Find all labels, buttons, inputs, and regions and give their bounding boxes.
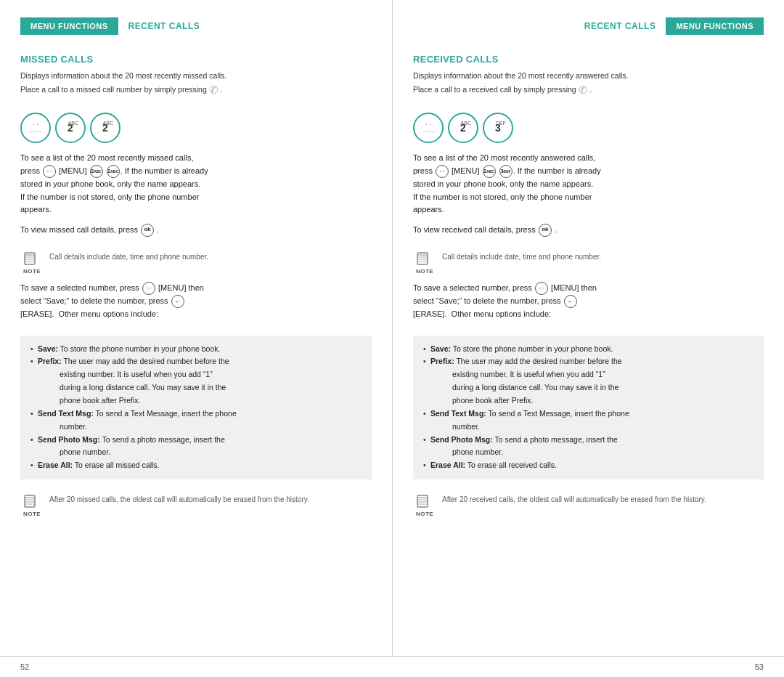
left-description: Displays information about the 20 most r… bbox=[20, 70, 372, 98]
left-key-sequence: · · — — 2 ABC 2 ABC bbox=[20, 113, 372, 143]
right-section-title: RECEIVED CALLS bbox=[413, 54, 764, 65]
left-bullet-sendphoto: Send Photo Msg: To send a photo message,… bbox=[30, 434, 362, 460]
left-2abc-inline-2: 2ABC bbox=[107, 165, 120, 178]
left-erase-key: ← bbox=[171, 295, 184, 308]
left-note-icon-1: NOTE bbox=[20, 251, 44, 275]
right-save-text: To save a selected number, press · · [ME… bbox=[413, 282, 764, 321]
svg-rect-15 bbox=[417, 495, 428, 507]
left-2abc-inline-1: 2ABC bbox=[90, 165, 103, 178]
right-3def-key: 3 DEF bbox=[483, 113, 513, 143]
right-note-2: NOTE After 20 received calls, the oldest… bbox=[413, 494, 764, 517]
right-description: Displays information about the 20 most r… bbox=[413, 70, 764, 98]
left-note-text-1: Call details include date, time and phon… bbox=[49, 251, 372, 262]
left-menu-functions-badge: MENU FUNCTIONS bbox=[20, 17, 118, 35]
left-recent-calls-label: RECENT CALLS bbox=[128, 21, 200, 31]
left-bullet-sendtext: Send Text Msg: To send a Text Message, i… bbox=[30, 408, 362, 434]
right-menu-functions-badge: MENU FUNCTIONS bbox=[666, 17, 764, 35]
left-bullet-eraseall: Erase All: To erase all missed calls. bbox=[30, 459, 362, 472]
right-view-details: To view received call details, press ok … bbox=[413, 224, 764, 237]
right-2abc-inline: 2ABC bbox=[483, 165, 496, 178]
right-menu-save-key: · · bbox=[535, 282, 548, 295]
page-footer: 52 53 bbox=[0, 656, 784, 677]
left-2abc-key-2: 2 ABC bbox=[90, 113, 121, 143]
left-save-text: To save a selected number, press · · [ME… bbox=[20, 282, 372, 321]
right-note-1: NOTE Call details include date, time and… bbox=[413, 251, 764, 275]
svg-rect-0 bbox=[25, 253, 35, 264]
left-section-title: MISSED CALLS bbox=[20, 54, 372, 65]
left-note-1: NOTE Call details include date, time and… bbox=[20, 251, 372, 275]
right-header: RECENT CALLS MENU FUNCTIONS bbox=[413, 15, 764, 38]
left-ok-key: ok bbox=[141, 224, 154, 237]
right-bullet-prefix: Prefix: The user may add the desired num… bbox=[423, 355, 754, 407]
right-menu-inline-key: · · bbox=[436, 165, 449, 178]
right-note-text-2: After 20 received calls, the oldest call… bbox=[442, 494, 764, 505]
right-menu-key: · · — — bbox=[413, 113, 444, 143]
left-2abc-key-1: 2 ABC bbox=[55, 113, 86, 143]
left-note-2: NOTE After 20 missed calls, the oldest c… bbox=[20, 494, 372, 517]
left-menu-inline-key: · · bbox=[43, 165, 56, 178]
right-key-sequence: · · — — 2 ABC 3 DEF bbox=[413, 113, 764, 143]
right-page-number: 53 bbox=[755, 662, 764, 671]
right-note-icon-1: NOTE bbox=[413, 251, 436, 275]
svg-rect-5 bbox=[25, 495, 35, 507]
right-bullet-save: Save: To store the phone number in your … bbox=[423, 343, 754, 356]
right-note-label-1: NOTE bbox=[416, 268, 433, 275]
left-body-text: To see a list of the 20 most recently mi… bbox=[20, 152, 372, 216]
left-page: MENU FUNCTIONS RECENT CALLS MISSED CALLS… bbox=[0, 0, 392, 656]
right-note-text-1: Call details include date, time and phon… bbox=[442, 251, 764, 262]
svg-rect-10 bbox=[417, 253, 428, 264]
left-menu-save-key: · · bbox=[142, 282, 155, 295]
right-recent-calls-label: RECENT CALLS bbox=[584, 21, 656, 31]
right-page: RECENT CALLS MENU FUNCTIONS RECEIVED CAL… bbox=[392, 0, 784, 656]
left-header: MENU FUNCTIONS RECENT CALLS bbox=[20, 15, 372, 38]
right-note-icon-2: NOTE bbox=[413, 494, 436, 517]
left-view-details: To view missed call details, press ok . bbox=[20, 224, 372, 237]
right-ok-key: ok bbox=[539, 224, 552, 237]
left-note-text-2: After 20 missed calls, the oldest call w… bbox=[49, 494, 372, 505]
left-bullet-prefix: Prefix: The user may add the desired num… bbox=[30, 355, 362, 407]
left-note-label-1: NOTE bbox=[23, 268, 41, 275]
right-2abc-key: 2 ABC bbox=[448, 113, 478, 143]
left-bullet-save: Save: To store the phone number in your … bbox=[30, 343, 362, 356]
right-bullet-eraseall: Erase All: To erase all received calls. bbox=[423, 459, 754, 472]
right-bullet-sendphoto: Send Photo Msg: To send a photo message,… bbox=[423, 434, 754, 460]
left-page-number: 52 bbox=[20, 662, 29, 671]
right-bullet-list: Save: To store the phone number in your … bbox=[413, 336, 764, 479]
left-note-icon-2: NOTE bbox=[20, 494, 44, 517]
right-3def-inline: 3DEF bbox=[499, 165, 513, 178]
left-note-label-2: NOTE bbox=[23, 511, 41, 517]
right-note-label-2: NOTE bbox=[416, 511, 433, 517]
right-bullet-sendtext: Send Text Msg: To send a Text Message, i… bbox=[423, 408, 754, 434]
left-menu-key: · · — — bbox=[20, 113, 51, 143]
left-bullet-list: Save: To store the phone number in your … bbox=[20, 336, 372, 479]
right-erase-key: ← bbox=[564, 295, 577, 308]
right-body-text: To see a list of the 20 most recently an… bbox=[413, 152, 764, 216]
